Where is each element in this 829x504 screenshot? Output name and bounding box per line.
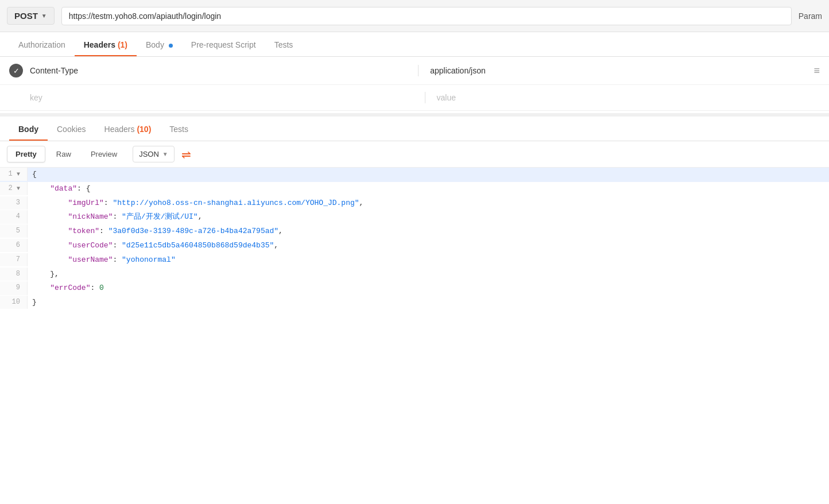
format-toolbar: Pretty Raw Preview JSON ▼ ⇌ [0,141,829,168]
tab-tests-request[interactable]: Tests [265,32,303,56]
headers-section: ✓ Content-Type application/json ≡ key va… [0,57,829,111]
tab-response-tests[interactable]: Tests [160,117,197,141]
collapse-icon-2[interactable]: ▼ [17,185,20,192]
request-tabs: Authorization Headers (1) Body Pre-reque… [0,32,829,57]
format-preview-btn[interactable]: Preview [82,146,126,162]
header-key[interactable]: Content-Type [30,66,406,75]
format-chevron-icon: ▼ [162,151,168,157]
json-line-6: 6 "userCode": "d25e11c5db5a4604850b868d5… [0,239,829,253]
tab-pre-request[interactable]: Pre-request Script [182,32,265,56]
json-line-7: 7 "userName": "yohonormal" [0,253,829,267]
json-line-8: 8 }, [0,267,829,282]
url-bar: POST ▼ Param [0,0,829,32]
header-placeholder-row: key value [0,85,829,111]
header-divider [418,65,419,76]
wrap-btn[interactable]: ⇌ [181,148,191,161]
tab-response-body[interactable]: Body [9,117,48,141]
header-value-placeholder[interactable]: value [437,93,820,102]
json-line-3: 3 "imgUrl": "http://yoho8.oss-cn-shangha… [0,196,829,211]
json-line-10: 10 } [0,296,829,310]
param-label: Param [799,11,822,21]
tab-body[interactable]: Body [137,32,182,56]
json-line-2: 2 ▼ "data": { [0,182,829,196]
tab-authorization[interactable]: Authorization [9,32,75,56]
method-selector[interactable]: POST ▼ [7,7,55,25]
format-type-select[interactable]: JSON ▼ [133,146,175,162]
response-section: Body Cookies Headers (10) Tests Pretty R… [0,113,829,310]
header-placeholder-divider [425,92,425,103]
tab-response-headers[interactable]: Headers (10) [95,117,161,141]
header-value[interactable]: application/json [430,66,807,75]
json-body: 1 ▼ { 2 ▼ "data": { 3 "imgUrl": "http://… [0,168,829,310]
url-input[interactable] [61,7,792,25]
tab-headers[interactable]: Headers (1) [75,32,137,56]
json-line-5: 5 "token": "3a0f0d3e-3139-489c-a726-b4ba… [0,224,829,239]
method-chevron-icon: ▼ [41,13,47,19]
header-key-placeholder[interactable]: key [30,93,413,102]
header-menu-icon[interactable]: ≡ [814,65,820,77]
tab-response-cookies[interactable]: Cookies [48,117,95,141]
response-tabs: Body Cookies Headers (10) Tests [0,117,829,141]
header-row: ✓ Content-Type application/json ≡ [0,57,829,85]
json-line-1: 1 ▼ { [0,168,829,182]
collapse-icon-1[interactable]: ▼ [17,171,20,177]
header-enabled-checkbox[interactable]: ✓ [9,64,23,77]
json-line-9: 9 "errCode": 0 [0,281,829,296]
body-dot [169,44,173,48]
method-label: POST [14,11,38,21]
format-raw-btn[interactable]: Raw [48,146,80,162]
json-line-4: 4 "nickName": "产品/开发/测试/UI", [0,210,829,224]
format-pretty-btn[interactable]: Pretty [7,146,45,162]
